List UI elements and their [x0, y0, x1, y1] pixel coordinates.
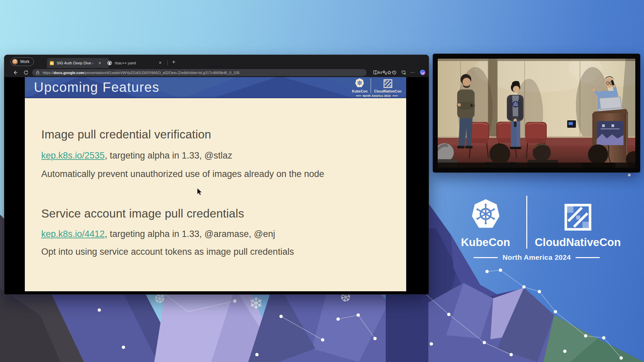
slide-title: Upcoming Features [34, 80, 160, 95]
slide-header: Upcoming Features [25, 77, 406, 98]
profile-label: Work [20, 59, 30, 64]
google-slides-icon [50, 61, 54, 65]
url-text: https://docs.google.com/presentation/d/1… [43, 71, 239, 75]
kubecon-label: KubeCon [461, 236, 510, 249]
history-icon[interactable] [391, 70, 397, 75]
address-bar[interactable]: https://docs.google.com/presentation/d/1… [32, 69, 367, 76]
kubecon-label: KubeCon [352, 89, 368, 93]
cloudnativecon-icon [383, 79, 392, 88]
lock-icon[interactable] [36, 70, 40, 75]
profile-avatar [12, 59, 18, 65]
cloudnativecon-label: CloudNativeCon [374, 89, 401, 93]
slide-description: Opt into using service account tokens as… [41, 247, 294, 257]
close-tab-icon[interactable]: ✕ [159, 61, 162, 65]
logo-divider [526, 196, 527, 249]
kep-link[interactable]: kep.k8s.io/2535 [41, 150, 105, 161]
tab-slides[interactable]: SIG Auth Deep Dive - KubeCon ✕ [47, 58, 109, 68]
browser-profile-button[interactable]: Work [10, 57, 34, 66]
cloudnativecon-icon [564, 203, 592, 231]
kubernetes-wheel-icon [472, 198, 499, 231]
new-tab-button[interactable]: + [172, 59, 175, 65]
slide-heading: Service account image pull credentials [41, 207, 244, 220]
speaker-video-window [433, 54, 640, 173]
close-tab-icon[interactable]: ✕ [98, 61, 101, 65]
toolbar: https://docs.google.com/presentation/d/1… [4, 68, 429, 77]
mouse-cursor [197, 188, 203, 196]
tab-github[interactable]: rbac++.yaml [105, 58, 168, 68]
slide-kep-line: kep.k8s.io/4412, targeting alpha in 1.33… [41, 229, 275, 239]
tagline-dash [576, 257, 600, 258]
slide-logo-tagline: North America 2024 [363, 94, 391, 98]
tagline-dash [392, 96, 398, 96]
tab-title: SIG Auth Deep Dive - KubeCon [57, 61, 95, 65]
screen: ❆ ❄ ❆ Work [0, 0, 644, 362]
slide-kubecon-lockup: KubeCon CloudNativeCon [352, 78, 401, 98]
slide-kep-line: kep.k8s.io/2535, targeting alpha in 1.33… [41, 150, 232, 161]
refresh-icon[interactable] [23, 70, 29, 75]
copilot-icon[interactable] [420, 69, 426, 75]
favorite-star-icon[interactable] [387, 70, 392, 75]
back-icon[interactable] [12, 70, 18, 75]
kubernetes-wheel-icon [355, 78, 364, 88]
tagline-dash [474, 257, 498, 258]
github-icon [107, 61, 112, 65]
browser-window: Work SIG Auth Deep Dive - KubeCon ✕ [4, 55, 429, 295]
event-logo-tagline: North America 2024 [502, 253, 571, 261]
split-screen-icon[interactable] [373, 70, 378, 75]
tab-divider [167, 60, 168, 65]
collections-icon[interactable] [382, 70, 387, 75]
kep-link[interactable]: kep.k8s.io/4412 [41, 229, 105, 239]
more-menu-icon[interactable]: … [410, 68, 415, 74]
slide-description: Automatically prevent unauthorized use o… [41, 169, 324, 179]
cloudnativecon-label: CloudNativeCon [535, 236, 621, 249]
slide-heading: Image pull credential verification [41, 128, 211, 141]
speaker-video-frame [438, 59, 635, 168]
stage-scene [438, 59, 635, 168]
browser-essentials-icon[interactable] [401, 70, 406, 75]
slide-body: Image pull credential verification kep.k… [25, 98, 406, 291]
browser-content: Upcoming Features [4, 77, 429, 294]
tab-title: rbac++.yaml [115, 61, 136, 65]
tab-strip: Work SIG Auth Deep Dive - KubeCon ✕ [4, 55, 429, 68]
snowflake-icon: ❄ [249, 295, 263, 312]
tagline-dash [356, 96, 361, 96]
event-kubecon-lockup: KubeCon CloudNativeCon North America 202… [453, 196, 621, 261]
presentation-slide: Upcoming Features [25, 77, 406, 292]
logo-divider [371, 78, 371, 93]
